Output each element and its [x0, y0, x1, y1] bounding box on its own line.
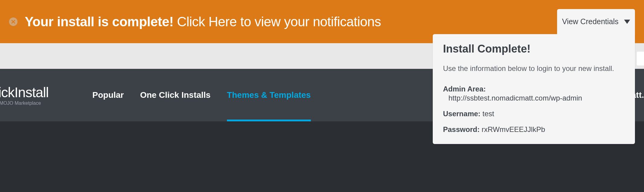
admin-area-url[interactable]: http://ssbtest.nomadicmatt.com/wp-admin — [443, 94, 625, 102]
nav-item-one-click-installs[interactable]: One Click Installs — [140, 69, 210, 121]
nav-item-popular[interactable]: Popular — [92, 69, 124, 121]
brand-subtitle: ered by MOJO Marketplace — [0, 101, 81, 106]
nav-item-themes-templates[interactable]: Themes & Templates — [227, 69, 311, 121]
nav-items: Popular One Click Installs Themes & Temp… — [92, 69, 311, 121]
close-icon[interactable] — [9, 18, 18, 26]
credentials-panel: Install Complete! Use the information be… — [433, 34, 635, 144]
spacer-chip — [637, 52, 644, 66]
admin-area-row: Admin Area: http://ssbtest.nomadicmatt.c… — [443, 85, 625, 102]
username-label: Username: — [443, 110, 480, 118]
password-value: rxRWmvEEEJJlkPb — [482, 125, 545, 133]
banner-bold-text: Your install is complete! — [25, 14, 174, 29]
username-row: Username: test — [443, 110, 625, 118]
brand-name: uickInstall — [0, 84, 81, 101]
banner-rest-text: Click Here to view your notifications — [174, 14, 381, 29]
password-row: Password: rxRWmvEEEJJlkPb — [443, 125, 625, 134]
chevron-down-icon — [624, 20, 630, 24]
username-value: test — [483, 110, 494, 118]
credentials-instruction: Use the information below to login to yo… — [443, 64, 625, 73]
view-credentials-toggle[interactable]: View Credentials — [557, 9, 635, 34]
view-credentials-label: View Credentials — [562, 17, 618, 26]
brand-block[interactable]: uickInstall ered by MOJO Marketplace — [0, 84, 81, 106]
password-label: Password: — [443, 125, 480, 133]
admin-area-label: Admin Area: — [443, 85, 486, 93]
credentials-title: Install Complete! — [443, 43, 625, 55]
banner-message[interactable]: Your install is complete! Click Here to … — [25, 14, 381, 29]
